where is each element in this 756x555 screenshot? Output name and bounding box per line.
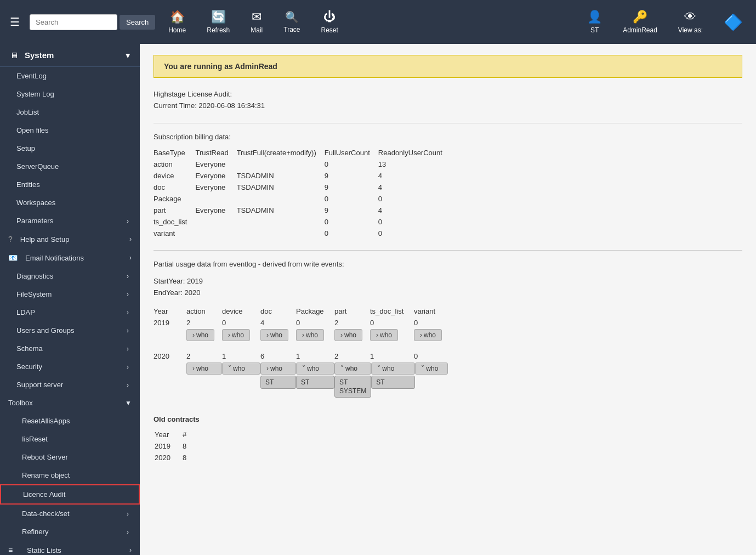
nav-adminread[interactable]: 🔑 AdminRead [615,5,665,38]
expand-icon: › [228,331,230,339]
nav-trace-label: Trace [283,26,300,33]
cell-fullusercount: 0 [325,193,378,205]
who-btn-2020-tsdoclist[interactable]: ˅ who [371,363,415,375]
sidebar-item-usersgroups[interactable]: Users and Groups › [0,321,140,339]
header-doc: doc [260,307,296,315]
who-btn-2020-part[interactable]: ˅ who [334,363,371,375]
sidebar-item-security[interactable]: Security › [0,358,140,376]
sidebar-item-iisreset[interactable]: IisReset [0,430,140,448]
col-readonlyusercount: ReadonlyUserCount [378,147,451,158]
nav-refresh[interactable]: 🔄 Refresh [199,5,237,38]
nav-trace[interactable]: 🔍 Trace [276,6,308,38]
sidebar-item-setup[interactable]: Setup [0,139,140,157]
sidebar-item-workspaces[interactable]: Workspaces [0,194,140,212]
trace-icon: 🔍 [285,10,299,24]
sidebar-item-serverqueue[interactable]: ServerQueue [0,157,140,175]
hamburger-button[interactable]: ☰ [5,11,24,33]
sidebar-item-resetallisapps[interactable]: ResetAllisApps [0,412,140,430]
who-btn-2019-part[interactable]: › who [334,329,362,341]
nav-reset[interactable]: ⏻ Reset [314,5,346,38]
who-btn-2019-device[interactable]: › who [222,329,250,341]
sidebar-item-entities[interactable]: Entities [0,175,140,194]
who-btn-2020-doc[interactable]: › who [260,363,296,375]
sidebar-item-joblist[interactable]: JobList [0,103,140,121]
cell-trustread [195,228,236,239]
val-2020-package: 1 [296,352,334,360]
sidebar-item-licenceaudit[interactable]: Licence Audit [0,484,140,505]
header-device: device [222,307,260,315]
sidebar-system-header[interactable]: 🖥 System ▼ [0,44,140,67]
cell-trustread: Everyone [195,182,236,193]
sidebar-item-renameobject[interactable]: Rename object [0,466,140,484]
title-line1: Highstage License Audit: [154,89,742,100]
nav-st[interactable]: 👤 ST [579,5,610,38]
sidebar-item-diagnostics[interactable]: Diagnostics › [0,267,140,285]
security-arrow-icon: › [127,363,129,371]
sidebar-item-filesystem[interactable]: FileSystem › [0,285,140,303]
who-btn-2019-tsdoclist[interactable]: › who [370,329,398,341]
sidebar-item-toolbox[interactable]: Toolbox ▼ [0,394,140,412]
cell-fullusercount: 9 [325,205,378,216]
home-icon: 🏠 [170,10,185,24]
cell-readonlyusercount: 0 [378,193,451,205]
datacheckset-arrow-icon: › [127,510,129,518]
subscription-label: Subscription billing data: [154,132,742,143]
sidebar-item-rebootserver[interactable]: Reboot Server [0,448,140,466]
who-btn-2020-variant[interactable]: ˅ who [415,363,448,375]
val-2020-year: 2020 [154,352,186,360]
who-btn-2019-doc[interactable]: › who [260,329,288,341]
year-2019-values: 2019 2 0 4 0 2 0 0 [154,319,742,327]
who-btn-2020-action[interactable]: › who [186,363,222,375]
cell-trustfull [237,216,325,228]
who-btn-2019-variant[interactable]: › who [414,329,442,341]
schema-arrow-icon: › [127,345,129,353]
who-expanded-2020-tsdoclist: ST [371,376,415,389]
sidebar-item-supportserver[interactable]: Support server › [0,376,140,394]
helpsetup-label: Help and Setup [17,235,125,243]
who-label: who [307,365,319,372]
nav-home[interactable]: 🏠 Home [161,5,194,38]
who-btn-2020-package[interactable]: ˅ who [296,363,334,375]
header-part: part [334,307,370,315]
val-2019-year: 2019 [154,319,186,327]
sidebar-item-systemlog[interactable]: System Log [0,85,140,103]
top-nav: ☰ Search 🏠 Home 🔄 Refresh ✉ Mail 🔍 Trace… [0,0,756,44]
cell-year: 2019 [155,441,181,451]
sidebar-item-eventlog[interactable]: EventLog [0,67,140,85]
who-label: who [382,365,394,372]
sidebar-item-openfiles[interactable]: Open files [0,121,140,139]
sidebar-item-parameters[interactable]: Parameters › [0,212,140,230]
usersgroups-label: Users and Groups [16,326,75,335]
table-row: 2020 8 [155,452,197,463]
val-2019-part: 2 [334,319,370,327]
header-year: Year [154,307,186,315]
val-2019-action: 2 [186,319,222,327]
cell-trustread: Everyone [195,158,236,170]
cell-fullusercount: 9 [325,170,378,182]
nav-viewas[interactable]: 👁 View as: [670,5,710,38]
who-btn-2019-action[interactable]: › who [186,329,214,341]
sidebar-item-staticlists[interactable]: ≡ Static Lists › [0,541,140,555]
nav-logo[interactable]: 🔷 [716,9,751,36]
nav-mail[interactable]: ✉ Mail [243,5,270,38]
sidebar-item-ldap[interactable]: LDAP › [0,303,140,321]
val-2020-doc: 6 [260,352,296,360]
sidebar: 🖥 System ▼ EventLog System Log JobList O… [0,44,140,555]
sidebar-item-emailnotif[interactable]: 📧 Email Notifications › [0,248,140,267]
table-row: ts_doc_list 0 0 [154,216,451,228]
search-button[interactable]: Search [120,15,155,30]
col-trustfull: TrustFull(create+modify)) [237,147,325,158]
search-input[interactable] [30,14,117,30]
who-btn-2019-package[interactable]: › who [296,329,324,341]
table-row: action Everyone 0 13 [154,158,451,170]
sidebar-item-datacheckset[interactable]: Data-check/set › [0,505,140,523]
who-label: who [270,331,282,339]
cell-count: 8 [183,452,197,463]
cell-readonlyusercount: 4 [378,205,451,216]
sidebar-item-refinery[interactable]: Refinery › [0,523,140,541]
year-2020-section: 2020 2 1 6 1 2 1 0 [154,352,742,398]
sidebar-item-helpsetup[interactable]: ? Help and Setup › [0,230,140,248]
who-btn-2020-device[interactable]: ˅ who [222,363,260,375]
sidebar-item-schema[interactable]: Schema › [0,339,140,358]
st-icon: 👤 [587,10,602,24]
